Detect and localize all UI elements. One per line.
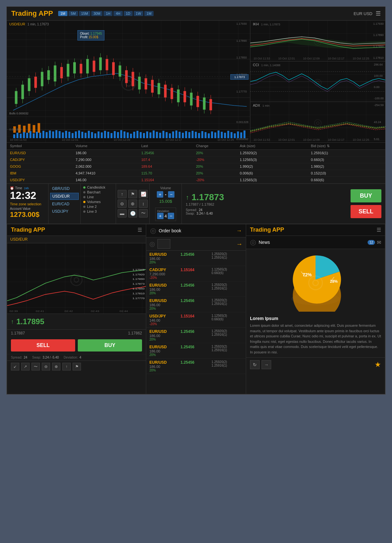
svg-rect-83 <box>42 131 44 138</box>
tf-1m[interactable]: 1M <box>58 11 67 16</box>
order-book-controls: ◎ → <box>146 237 246 251</box>
time-section: ⏰ Time 24h 12:32 Time zone selection Acc… <box>7 184 49 224</box>
cci-chart[interactable]: ◎ CCI 1 min, 1.14088 296.64 <box>250 61 385 102</box>
mini-tool-4[interactable]: ⊖ <box>42 363 50 370</box>
main-time-axis: 10 Oct 11:53 10 Oct 12:01 10 Oct 12:09 1… <box>10 138 234 141</box>
chart-type-line2[interactable]: Line 2 <box>83 205 113 209</box>
order-row[interactable]: EUR/USD 186.00 20% 1.25456 1.25920(2) 1.… <box>146 343 246 359</box>
tool-line-chart[interactable]: 📈 <box>139 190 148 198</box>
order-row[interactable]: EUR/USD 186.00 20% 1.25456 1.25920(2) 1.… <box>146 328 246 343</box>
pair-eur-cad[interactable]: EUR/CAD <box>50 201 79 207</box>
chart-type-line3[interactable]: Line 3 <box>83 209 113 213</box>
pair-usd-eur[interactable]: USD/EUR <box>50 193 79 200</box>
menu-icon[interactable]: ☰ <box>376 10 381 17</box>
volume-plus[interactable]: + <box>157 191 163 198</box>
svg-rect-124 <box>175 130 177 138</box>
tool-arrow-up[interactable]: ↑ <box>118 190 127 198</box>
svg-rect-105 <box>114 131 116 138</box>
deviation-controls: + 4 − <box>157 213 174 219</box>
tool-flag[interactable]: ⚑ <box>128 190 137 198</box>
tool-clock[interactable]: 🕐 <box>128 209 137 218</box>
tf-1m-alt[interactable]: 1M <box>144 11 154 16</box>
mini-chart[interactable]: ◎ 1.17948 1.17920 1.17890 1.17873 1.1785… <box>7 243 146 314</box>
table-row[interactable]: CAD/JPY 7,290.000 107.4 -20% 1.12565(3) … <box>7 156 385 163</box>
main-chart-pair: USD/EUR <box>9 22 25 26</box>
left-panel-menu[interactable]: ☰ <box>138 227 142 233</box>
mini-tool-6[interactable]: ↑ <box>62 363 71 370</box>
svg-rect-133 <box>205 132 207 138</box>
mini-tool-7[interactable]: ⚑ <box>73 363 81 370</box>
order-book-arrow[interactable]: → <box>236 227 242 234</box>
td-ask: 1.12565(3) <box>240 178 311 182</box>
order-row[interactable]: USD/JPY 146.00 -20% 1.15164 1.12565(3) 0… <box>146 312 246 328</box>
svg-text:02:41: 02:41 <box>36 310 44 313</box>
news-star-button[interactable]: ★ <box>375 360 381 369</box>
svg-rect-86 <box>52 131 54 138</box>
tool-bar[interactable]: ▬ <box>118 209 127 218</box>
mini-swap: Swap: 3.24 / -5.40 <box>32 356 59 359</box>
adx-chart[interactable]: ◎ ADX 1 min -254.59 43.24 5.61 <box>250 102 385 142</box>
tf-5m[interactable]: 5M <box>68 11 78 16</box>
th-bid: Bid (size) ⇅ <box>311 144 382 148</box>
timezone-label[interactable]: Time zone selection <box>10 202 45 206</box>
tool-move[interactable]: ↕ <box>139 200 148 208</box>
app-header: Trading APP 1M 5M 15M 30M 1H 4H 1D 1W 1M… <box>7 7 385 21</box>
tool-zoom-out[interactable]: ⊖ <box>118 200 127 208</box>
mini-chart-svg: 1.17948 1.17920 1.17890 1.17873 1.17850 … <box>7 243 146 314</box>
news-refresh-button[interactable]: ↻ <box>250 360 260 369</box>
table-row[interactable]: EUR/USD 186.00 1.25456 20% 1.25920(2) 1.… <box>7 150 385 156</box>
order-row[interactable]: EUR/USD 186.00 20% 1.25456 1.25920(2) 1.… <box>146 359 246 374</box>
svg-text:1.17948: 1.17948 <box>132 268 145 271</box>
price-tick: 1.17810 <box>236 73 248 76</box>
pair-usd-jpy[interactable]: USD/JPY <box>50 208 79 215</box>
mini-tool-3[interactable]: 〜 <box>31 363 40 370</box>
chart-type-line[interactable]: Line <box>83 195 113 199</box>
chart-type-volumes[interactable]: Volumes <box>83 200 113 204</box>
volume-minus[interactable]: − <box>168 191 174 198</box>
mini-buy-button[interactable]: BUY <box>78 339 142 352</box>
tool-zoom-in[interactable]: ⊕ <box>128 200 137 208</box>
sell-button[interactable]: SELL <box>351 205 381 218</box>
mini-tool-1[interactable]: ↙ <box>11 363 19 370</box>
svg-rect-121 <box>166 132 168 138</box>
tf-1d[interactable]: 1D <box>124 11 133 16</box>
news-panel-menu[interactable]: ☰ <box>377 227 381 233</box>
mini-tool-2[interactable]: ↗ <box>21 363 30 370</box>
table-row[interactable]: USD/JPY 146.00 1.15164 -20% 1.12565(3) 0… <box>7 177 385 183</box>
deviation-minus[interactable]: − <box>168 213 174 219</box>
th-change: Change <box>196 144 240 148</box>
mini-sell-button[interactable]: SELL <box>11 339 75 352</box>
mini-deviation: Deviation: 4 <box>64 356 81 359</box>
order-row[interactable]: EUR/USD 186.00 20% 1.25456 1.25920(2) 1.… <box>146 251 246 266</box>
order-row[interactable]: EUR/USD 186.00 20% 1.25456 1.25920(2) 1.… <box>146 281 246 297</box>
tf-1w[interactable]: 1W <box>134 11 144 16</box>
news-mail-icon[interactable]: ✉ <box>377 239 381 245</box>
td-symbol: IBM <box>10 171 76 175</box>
mini-tool-5[interactable]: ⊕ <box>52 363 60 370</box>
buy-button[interactable]: BUY <box>351 189 381 202</box>
table-row[interactable]: GOOG 2,062.000 189.64 20% 1.990(2) 1.980… <box>7 163 385 170</box>
chart-type-barchart[interactable]: Barchart <box>83 190 113 194</box>
tf-1h[interactable]: 1H <box>103 11 112 16</box>
profit-value: 15.00$ <box>159 199 172 204</box>
pair-gbr-usd[interactable]: GBR/USD <box>50 185 79 192</box>
main-chart[interactable]: ◎ USD/EUR 1 min, 1.17673 <box>7 21 250 142</box>
tool-trend[interactable]: 〜 <box>139 209 148 218</box>
order-book-title: Order book <box>159 228 181 233</box>
order-row[interactable]: CAD/JPY 7,290.000 -20% 1.15164 1.12565(3… <box>146 266 246 281</box>
chart-type-candlestick[interactable]: Candlestick <box>83 185 113 189</box>
svg-rect-89 <box>62 132 64 138</box>
order-row[interactable]: EUR/USD 186.00 20% 1.25456 1.25920(2) 1.… <box>146 297 246 312</box>
tf-4h[interactable]: 4H <box>113 11 122 16</box>
deviation-plus[interactable]: + <box>157 213 164 219</box>
order-send-icon[interactable]: → <box>236 240 243 248</box>
table-header: Symbol Volume Last Change Ask (size) Bid… <box>7 143 385 150</box>
tf-15m[interactable]: 15M <box>79 11 90 16</box>
news-forward-button[interactable]: → <box>262 360 271 369</box>
table-row[interactable]: IBM 4,947.74410 115.70 20% 0.006(6) 0.15… <box>7 170 385 177</box>
svg-rect-94 <box>78 130 80 138</box>
ikh-chart[interactable]: ◎ IKH 1 min, 1.17873 1.17930 <box>250 21 385 61</box>
svg-rect-75 <box>16 133 18 138</box>
volume-controls: + - − <box>157 191 174 198</box>
tf-30m[interactable]: 30M <box>91 11 102 16</box>
